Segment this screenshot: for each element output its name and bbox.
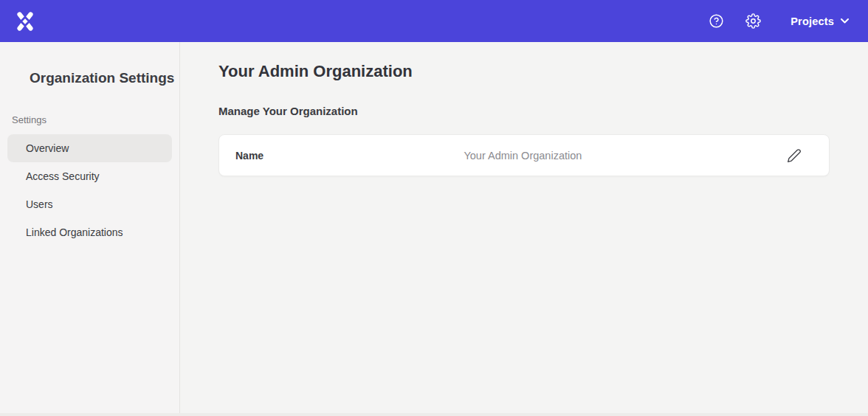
sidebar-title: Organization Settings — [0, 70, 179, 86]
sidebar-item-overview[interactable]: Overview — [7, 134, 172, 162]
sidebar-item-label: Linked Organizations — [26, 226, 123, 238]
sidebar-item-label: Access Security — [26, 170, 100, 182]
settings-button[interactable] — [745, 13, 761, 30]
pencil-icon — [787, 148, 802, 163]
chevron-down-icon — [841, 18, 849, 24]
sidebar-item-label: Overview — [26, 142, 69, 154]
sidebar-item-linked-organizations[interactable]: Linked Organizations — [7, 218, 172, 246]
sidebar-section-label: Settings — [0, 114, 179, 125]
projects-dropdown[interactable]: Projects — [790, 15, 849, 27]
section-title: Manage Your Organization — [218, 104, 830, 119]
sidebar-nav: Overview Access Security Users Linked Or… — [0, 134, 179, 246]
sidebar: Organization Settings Settings Overview … — [0, 42, 180, 416]
edit-name-button[interactable] — [786, 148, 802, 164]
navbar-right-group: Projects — [708, 13, 849, 30]
page-title: Your Admin Organization — [218, 61, 830, 82]
main-content: Your Admin Organization Manage Your Orga… — [181, 42, 868, 416]
name-field-value: Your Admin Organization — [464, 150, 582, 162]
projects-label: Projects — [790, 15, 834, 27]
brand-x-logo-icon[interactable] — [15, 11, 35, 32]
gear-icon — [745, 13, 761, 29]
help-button[interactable] — [708, 13, 724, 30]
name-field-label: Name — [235, 150, 264, 162]
sidebar-item-access-security[interactable]: Access Security — [7, 162, 172, 190]
page-bottom-edge — [0, 413, 868, 416]
help-circle-icon — [709, 13, 724, 29]
sidebar-item-label: Users — [26, 198, 53, 210]
top-navbar: Projects — [0, 0, 868, 42]
sidebar-item-users[interactable]: Users — [7, 190, 172, 218]
name-field-card: Name Your Admin Organization — [218, 134, 830, 176]
